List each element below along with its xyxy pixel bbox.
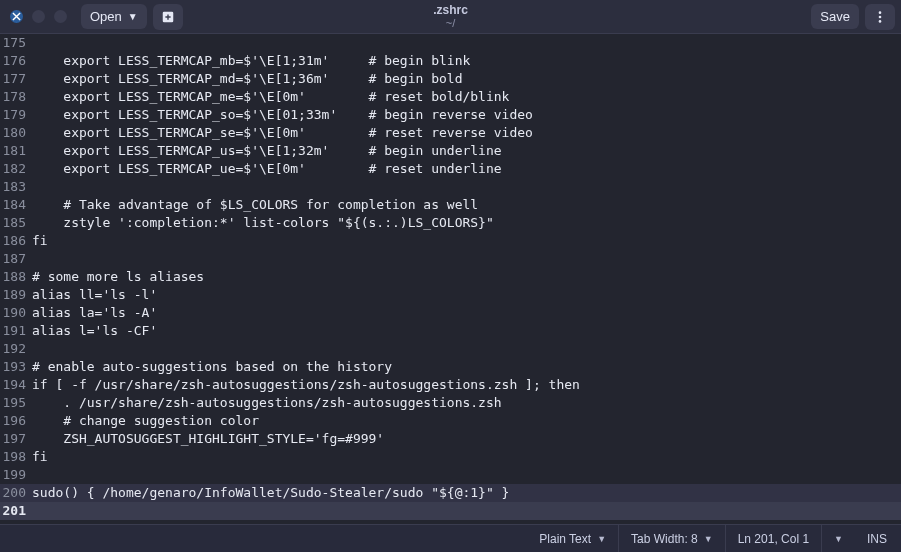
editor-area[interactable]: 175176 export LESS_TERMCAP_mb=$'\E[1;31m… (0, 34, 901, 524)
line-number: 178 (0, 88, 30, 106)
code-text: # some more ls aliases (30, 268, 901, 286)
line-number: 184 (0, 196, 30, 214)
chevron-down-icon: ▼ (834, 534, 843, 544)
line-number: 198 (0, 448, 30, 466)
code-line[interactable]: 175 (0, 34, 901, 52)
code-text: fi (30, 232, 901, 250)
code-line[interactable]: 176 export LESS_TERMCAP_mb=$'\E[1;31m' #… (0, 52, 901, 70)
line-number: 193 (0, 358, 30, 376)
line-number: 189 (0, 286, 30, 304)
insert-mode-toggle[interactable]: ▼ (821, 525, 855, 552)
code-line[interactable]: 193# enable auto-suggestions based on th… (0, 358, 901, 376)
code-text: # Take advantage of $LS_COLORS for compl… (30, 196, 901, 214)
code-line[interactable]: 186fi (0, 232, 901, 250)
cursor-position-label: Ln 201, Col 1 (738, 532, 809, 546)
code-line[interactable]: 197 ZSH_AUTOSUGGEST_HIGHLIGHT_STYLE='fg=… (0, 430, 901, 448)
code-text: alias l='ls -CF' (30, 322, 901, 340)
line-number: 183 (0, 178, 30, 196)
new-document-icon (161, 10, 175, 24)
code-line[interactable]: 192 (0, 340, 901, 358)
code-text (30, 340, 901, 358)
code-line[interactable]: 179 export LESS_TERMCAP_so=$'\E[01;33m' … (0, 106, 901, 124)
new-tab-button[interactable] (153, 4, 183, 30)
line-number: 182 (0, 160, 30, 178)
code-text: export LESS_TERMCAP_us=$'\E[1;32m' # beg… (30, 142, 901, 160)
code-line[interactable]: 185 zstyle ':completion:*' list-colors "… (0, 214, 901, 232)
svg-point-3 (879, 20, 882, 23)
code-text: zstyle ':completion:*' list-colors "${(s… (30, 214, 901, 232)
line-number: 188 (0, 268, 30, 286)
code-text: alias la='ls -A' (30, 304, 901, 322)
code-text: ZSH_AUTOSUGGEST_HIGHLIGHT_STYLE='fg=#999… (30, 430, 901, 448)
code-text: alias ll='ls -l' (30, 286, 901, 304)
minimize-window-button[interactable] (32, 10, 45, 23)
code-line[interactable]: 196 # change suggestion color (0, 412, 901, 430)
svg-point-2 (879, 15, 882, 18)
code-line[interactable]: 194if [ -f /usr/share/zsh-autosuggestion… (0, 376, 901, 394)
code-line[interactable]: 184 # Take advantage of $LS_COLORS for c… (0, 196, 901, 214)
filepath-label: ~/ (433, 17, 468, 30)
line-number: 194 (0, 376, 30, 394)
code-line[interactable]: 198fi (0, 448, 901, 466)
document-title: .zshrc ~/ (433, 3, 468, 31)
code-line[interactable]: 199 (0, 466, 901, 484)
code-text (30, 502, 901, 520)
line-number: 181 (0, 142, 30, 160)
open-button-label: Open (90, 9, 122, 24)
line-number: 187 (0, 250, 30, 268)
line-number: 191 (0, 322, 30, 340)
code-text: if [ -f /usr/share/zsh-autosuggestions/z… (30, 376, 901, 394)
statusbar: Plain Text ▼ Tab Width: 8 ▼ Ln 201, Col … (0, 524, 901, 552)
code-text (30, 34, 901, 52)
line-number: 200 (0, 484, 30, 502)
code-line[interactable]: 190alias la='ls -A' (0, 304, 901, 322)
filename-label: .zshrc (433, 3, 468, 17)
line-number: 192 (0, 340, 30, 358)
code-line[interactable]: 201 (0, 502, 901, 520)
save-button[interactable]: Save (811, 4, 859, 29)
code-text (30, 250, 901, 268)
code-text: export LESS_TERMCAP_md=$'\E[1;36m' # beg… (30, 70, 901, 88)
close-window-button[interactable] (10, 10, 23, 23)
code-line[interactable]: 195 . /usr/share/zsh-autosuggestions/zsh… (0, 394, 901, 412)
line-number: 185 (0, 214, 30, 232)
code-text: export LESS_TERMCAP_ue=$'\E[0m' # reset … (30, 160, 901, 178)
line-number: 195 (0, 394, 30, 412)
svg-point-1 (879, 11, 882, 14)
cursor-position[interactable]: Ln 201, Col 1 (725, 525, 821, 552)
code-line[interactable]: 180 export LESS_TERMCAP_se=$'\E[0m' # re… (0, 124, 901, 142)
line-number: 179 (0, 106, 30, 124)
save-button-label: Save (820, 9, 850, 24)
code-text: fi (30, 448, 901, 466)
code-text: . /usr/share/zsh-autosuggestions/zsh-aut… (30, 394, 901, 412)
chevron-down-icon: ▼ (704, 534, 713, 544)
insert-mode-indicator[interactable]: INS (855, 525, 901, 552)
code-line[interactable]: 182 export LESS_TERMCAP_ue=$'\E[0m' # re… (0, 160, 901, 178)
line-number: 177 (0, 70, 30, 88)
code-line[interactable]: 183 (0, 178, 901, 196)
open-button[interactable]: Open ▼ (81, 4, 147, 29)
code-text (30, 466, 901, 484)
line-number: 190 (0, 304, 30, 322)
line-number: 199 (0, 466, 30, 484)
tab-width-selector[interactable]: Tab Width: 8 ▼ (618, 525, 725, 552)
syntax-mode-selector[interactable]: Plain Text ▼ (527, 525, 618, 552)
code-line[interactable]: 177 export LESS_TERMCAP_md=$'\E[1;36m' #… (0, 70, 901, 88)
titlebar: Open ▼ .zshrc ~/ Save (0, 0, 901, 34)
code-text: export LESS_TERMCAP_so=$'\E[01;33m' # be… (30, 106, 901, 124)
code-text: sudo() { /home/genaro/InfoWallet/Sudo-St… (30, 484, 901, 502)
code-line[interactable]: 191alias l='ls -CF' (0, 322, 901, 340)
line-number: 196 (0, 412, 30, 430)
code-line[interactable]: 181 export LESS_TERMCAP_us=$'\E[1;32m' #… (0, 142, 901, 160)
insert-mode-label: INS (867, 532, 887, 546)
hamburger-menu-button[interactable] (865, 4, 895, 30)
code-line[interactable]: 200sudo() { /home/genaro/InfoWallet/Sudo… (0, 484, 901, 502)
code-line[interactable]: 178 export LESS_TERMCAP_me=$'\E[0m' # re… (0, 88, 901, 106)
maximize-window-button[interactable] (54, 10, 67, 23)
line-number: 186 (0, 232, 30, 250)
line-number: 180 (0, 124, 30, 142)
code-line[interactable]: 188# some more ls aliases (0, 268, 901, 286)
code-line[interactable]: 189alias ll='ls -l' (0, 286, 901, 304)
code-line[interactable]: 187 (0, 250, 901, 268)
line-number: 175 (0, 34, 30, 52)
